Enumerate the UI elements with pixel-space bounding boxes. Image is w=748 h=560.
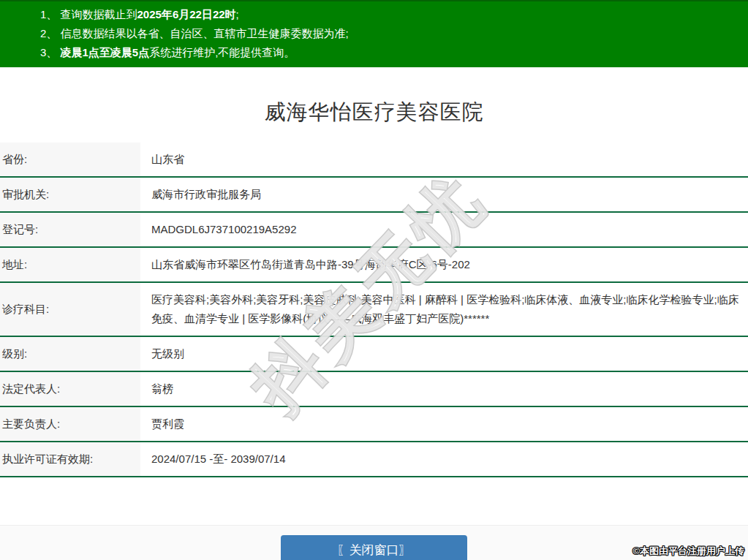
table-row-province: 省份: 山东省 xyxy=(0,143,748,177)
notice-3-prefix: 3、 xyxy=(40,46,61,58)
notice-line-1: 1、 查询数据截止到2025年6月22日22时; xyxy=(40,5,741,24)
table-row-license-validity: 执业许可证有效期: 2024/07/15 -至- 2039/07/14 xyxy=(0,442,748,477)
table-row-main-person-in-charge: 主要负责人: 贾利霞 xyxy=(0,406,748,442)
row-label: 级别: xyxy=(0,336,140,371)
row-label: 省份: xyxy=(0,143,140,177)
table-row-address: 地址: 山东省威海市环翠区竹岛街道青岛中路-39号海韵华府C区-6号-202 xyxy=(0,247,748,282)
notice-line-3: 3、 凌晨1点至凌晨5点系统进行维护,不能提供查询。 xyxy=(40,43,741,62)
row-value: 威海市行政审批服务局 xyxy=(140,177,748,212)
upload-credit: ©本图由平台注册用户上传 xyxy=(632,545,744,558)
row-value: 山东省威海市环翠区竹岛街道青岛中路-39号海韵华府C区-6号-202 xyxy=(140,247,748,282)
row-value: 医疗美容科;美容外科;美容牙科;美容皮肤科;美容中医科 | 麻醉科 | 医学检验… xyxy=(140,282,748,336)
row-label: 法定代表人: xyxy=(0,371,140,406)
row-value: 山东省 xyxy=(140,143,748,177)
notice-1-text: 1、 查询数据截止到 xyxy=(40,8,137,20)
table-row-medical-subjects: 诊疗科目: 医疗美容科;美容外科;美容牙科;美容皮肤科;美容中医科 | 麻醉科 … xyxy=(0,282,748,336)
table-row-registration-number: 登记号: MADGDL6J737100219A5292 xyxy=(0,212,748,247)
row-value: 无级别 xyxy=(140,336,748,371)
notice-bar: 1、 查询数据截止到2025年6月22日22时; 2、 信息数据结果以各省、自治… xyxy=(0,0,748,67)
table-row-legal-representative: 法定代表人: 翁榜 xyxy=(0,371,748,406)
notice-1-bold-date: 2025年6月22日22时 xyxy=(137,8,236,20)
notice-1-suffix: ; xyxy=(236,8,239,20)
notice-3-text: 系统进行维护,不能提供查询。 xyxy=(149,46,295,58)
page-title: 威海华怡医疗美容医院 xyxy=(0,98,748,127)
notice-2-text: 2、 信息数据结果以各省、自治区、直辖市卫生健康委数据为准; xyxy=(40,27,349,39)
row-value: 翁榜 xyxy=(140,371,748,406)
table-row-level: 级别: 无级别 xyxy=(0,336,748,371)
table-row-approval-authority: 审批机关: 威海市行政审批服务局 xyxy=(0,177,748,212)
row-value: 2024/07/15 -至- 2039/07/14 xyxy=(140,442,748,477)
info-table: 省份: 山东省 审批机关: 威海市行政审批服务局 登记号: MADGDL6J73… xyxy=(0,143,748,477)
row-value: 贾利霞 xyxy=(140,406,748,442)
notice-3-bold-hours: 凌晨1点至凌晨5点 xyxy=(61,46,150,58)
row-label: 执业许可证有效期: xyxy=(0,442,140,477)
row-label: 登记号: xyxy=(0,212,140,247)
row-label: 地址: xyxy=(0,247,140,282)
row-value: MADGDL6J737100219A5292 xyxy=(140,212,748,247)
close-window-button[interactable]: 〖关闭窗口〗 xyxy=(281,535,467,560)
row-label: 审批机关: xyxy=(0,177,140,212)
row-label: 诊疗科目: xyxy=(0,282,140,336)
row-label: 主要负责人: xyxy=(0,406,140,442)
notice-line-2: 2、 信息数据结果以各省、自治区、直辖市卫生健康委数据为准; xyxy=(40,24,741,43)
